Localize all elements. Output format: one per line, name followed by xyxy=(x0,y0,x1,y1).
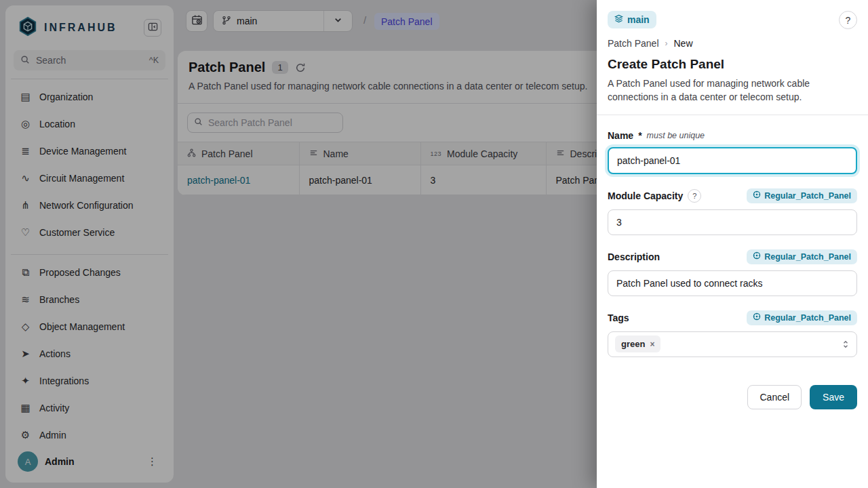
module-capacity-input[interactable] xyxy=(608,209,857,235)
schema-icon xyxy=(753,190,761,201)
field-label: Name xyxy=(608,130,633,141)
drawer-description: A Patch Panel used for managing network … xyxy=(608,77,857,104)
schema-badge[interactable]: Regular_Patch_Panel xyxy=(747,249,857,264)
schema-icon xyxy=(753,312,761,323)
schema-badge[interactable]: Regular_Patch_Panel xyxy=(747,310,857,325)
schema-badge-label: Regular_Patch_Panel xyxy=(764,313,851,323)
save-button[interactable]: Save xyxy=(810,385,857,409)
branch-badge: main xyxy=(608,11,656,28)
name-input[interactable] xyxy=(608,147,857,174)
drawer-breadcrumb: Patch Panel › New xyxy=(608,38,857,49)
field-description-label-row: Description Regular_Patch_Panel xyxy=(608,249,857,264)
create-patch-panel-drawer: main ? Patch Panel › New Create Patch Pa… xyxy=(597,0,868,488)
field-description: Description Regular_Patch_Panel xyxy=(608,249,857,296)
branch-badge-label: main xyxy=(627,14,650,25)
breadcrumb-parent[interactable]: Patch Panel xyxy=(608,38,659,49)
drawer-top-row: main ? xyxy=(608,11,857,29)
field-tags: Tags Regular_Patch_Panel xyxy=(608,310,857,357)
field-name: Name * must be unique xyxy=(608,130,857,174)
schema-icon xyxy=(753,251,761,262)
cancel-button[interactable]: Cancel xyxy=(747,385,802,409)
layers-icon xyxy=(614,14,623,25)
drawer-title: Create Patch Panel xyxy=(608,57,857,72)
required-marker: * xyxy=(638,130,642,141)
field-label: Tags xyxy=(608,312,629,323)
field-help-icon[interactable]: ? xyxy=(688,189,701,203)
divider xyxy=(597,115,868,115)
breadcrumb-current: New xyxy=(674,38,693,49)
create-form: Name * must be unique Module Capacity ? xyxy=(608,130,857,409)
field-label: Module Capacity xyxy=(608,190,683,201)
form-actions: Cancel Save xyxy=(608,385,857,409)
schema-badge-label: Regular_Patch_Panel xyxy=(764,252,851,262)
schema-badge-label: Regular_Patch_Panel xyxy=(764,191,851,201)
field-module-capacity-label-row: Module Capacity ? Regular_Patch_Panel xyxy=(608,188,857,203)
tags-multiselect[interactable]: green × xyxy=(608,331,857,357)
field-name-label-row: Name * must be unique xyxy=(608,130,857,141)
infrahub-app: INFRAHUB Search ^K xyxy=(0,0,868,488)
tag-chip-label: green xyxy=(621,339,645,349)
chevron-right-icon: › xyxy=(665,39,668,48)
unfold-more-icon xyxy=(842,340,850,348)
schema-badge[interactable]: Regular_Patch_Panel xyxy=(747,188,857,203)
description-input[interactable] xyxy=(608,270,857,296)
tag-chip-green: green × xyxy=(615,336,660,352)
field-hint: must be unique xyxy=(647,131,705,140)
help-button[interactable]: ? xyxy=(839,11,857,29)
field-module-capacity: Module Capacity ? Regular_Patch_Panel xyxy=(608,188,857,235)
remove-tag-icon[interactable]: × xyxy=(650,340,654,349)
field-tags-label-row: Tags Regular_Patch_Panel xyxy=(608,310,857,325)
field-label: Description xyxy=(608,251,660,262)
